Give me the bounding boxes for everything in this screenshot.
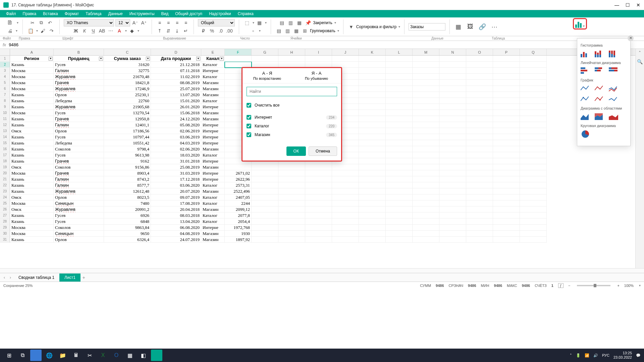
col-G[interactable]: G	[252, 49, 278, 55]
filter-item-shop[interactable]: Магазин 345	[247, 130, 337, 139]
cell-region[interactable]: Москва	[10, 170, 54, 176]
menu-view[interactable]: Вид	[158, 11, 172, 16]
cell-sum[interactable]: 12401,1	[104, 122, 151, 128]
cell-seller[interactable]: Орлов	[54, 128, 104, 134]
chart-column-stacked[interactable]	[595, 50, 604, 57]
col-B[interactable]: B	[54, 49, 104, 55]
cell-channel[interactable]: Каталог	[201, 98, 225, 104]
print-button[interactable]: 🖨	[6, 27, 14, 35]
cell-seller[interactable]: Соколов	[54, 225, 104, 231]
cell-region[interactable]: Казань	[10, 122, 54, 128]
cell-sum[interactable]: 12612,48	[104, 188, 151, 194]
hdr-channel[interactable]: Канал▾	[201, 56, 225, 62]
cell-f[interactable]: 2054,4	[225, 219, 252, 225]
menu-data[interactable]: Данные	[105, 11, 126, 16]
tray-expand[interactable]: ˄	[570, 353, 572, 358]
number-format-select[interactable]: Общий	[198, 19, 235, 26]
table-name-input[interactable]	[409, 23, 445, 31]
cell-seller[interactable]: Лебедева	[54, 98, 104, 104]
cell-seller[interactable]: Журавлев	[54, 206, 104, 213]
delete-col-button[interactable]: ▥	[284, 27, 291, 35]
cell-date[interactable]: 08.03.2018	[151, 213, 201, 219]
cell-seller[interactable]: Гусев	[54, 219, 104, 225]
cell-date[interactable]: 31.01.2018	[151, 158, 201, 164]
cell-channel[interactable]: Магазин	[201, 92, 225, 98]
insert-row-button[interactable]: ▤	[278, 19, 285, 26]
new-file-button[interactable]: 🗎	[5, 18, 15, 27]
chart-line-2[interactable]	[581, 96, 590, 103]
filter-clear-all[interactable]: Очистить все	[247, 101, 337, 110]
bold-button[interactable]: Ж	[72, 27, 79, 35]
increase-font-button[interactable]: A⁺	[140, 19, 148, 26]
cell-channel[interactable]: Магазин	[201, 231, 225, 237]
cell-region[interactable]: Омск	[10, 206, 54, 213]
cell-date[interactable]: 04.08.2019	[151, 231, 201, 237]
cell-seller[interactable]: Синицын	[54, 231, 104, 237]
col-F[interactable]: F	[225, 49, 252, 55]
tab-sheet1[interactable]: Лист1	[59, 274, 80, 282]
pin-button[interactable]: 📌	[304, 19, 312, 26]
cell-seller[interactable]: Грачев	[54, 170, 104, 176]
cell-sum[interactable]: 17186,56	[104, 128, 151, 134]
minimize-button[interactable]: —	[614, 3, 619, 7]
cell-f[interactable]	[225, 164, 252, 170]
undo-button[interactable]: ↶	[46, 19, 54, 26]
cut-button[interactable]: ✂	[29, 19, 36, 26]
more-button[interactable]: ⋯	[490, 22, 499, 31]
insert-col-button[interactable]: ▥	[287, 19, 294, 26]
cell-f[interactable]: 2522,496	[225, 188, 252, 194]
font-color-button[interactable]: A	[116, 27, 123, 35]
cell-sum[interactable]: 17246,9	[104, 86, 151, 92]
maximize-button[interactable]: ☐	[625, 3, 630, 7]
chart-column-clustered[interactable]	[581, 50, 590, 57]
insert-chart-button[interactable]: ▾	[575, 20, 585, 28]
menu-file[interactable]: Файл	[3, 11, 19, 16]
menu-insert[interactable]: Вставка	[40, 11, 61, 16]
cell-sum[interactable]: 10797,44	[104, 134, 151, 140]
cell-date[interactable]: 04.03.2019	[151, 140, 201, 146]
cell-sum[interactable]: 6848	[104, 219, 151, 225]
tray-lang[interactable]: РУС	[602, 353, 609, 357]
cell-date[interactable]: 11.02.2019	[151, 74, 201, 80]
sort-asc-button[interactable]: А - Я По возрастанию	[243, 68, 292, 83]
sort-filter-button[interactable]: ▼	[347, 23, 355, 31]
italic-button[interactable]: К	[81, 27, 88, 35]
cell-channel[interactable]: Магазин	[201, 237, 225, 243]
cell-date[interactable]: 26.01.2020	[151, 104, 201, 110]
align-center-button[interactable]: ≡	[165, 19, 172, 26]
cell-seller[interactable]: Соколов	[54, 146, 104, 152]
chart-pie[interactable]	[581, 130, 590, 138]
cell-region[interactable]: Москва	[10, 200, 54, 206]
cell-region[interactable]: Москва	[10, 231, 54, 237]
menu-tools[interactable]: Инструменты	[126, 11, 158, 16]
filter-item-catalog[interactable]: Каталог 220	[247, 122, 337, 130]
cell-channel[interactable]: Магазин	[201, 80, 225, 86]
cell-date[interactable]: 05.08.2020	[151, 122, 201, 128]
cell-date[interactable]: 09.07.2019	[151, 194, 201, 200]
menu-help[interactable]: Справка	[234, 11, 257, 16]
cell-f[interactable]: 2622,96	[225, 176, 252, 182]
cell-date[interactable]: 24.12.2020	[151, 116, 201, 122]
cell-region[interactable]: Казань	[10, 213, 54, 219]
cell-f[interactable]: 1972,768	[225, 225, 252, 231]
cell-region[interactable]: Казань	[10, 176, 54, 182]
cell-seller[interactable]: Лебедева	[54, 140, 104, 146]
col-N[interactable]: N	[439, 49, 466, 55]
col-E[interactable]: E	[201, 49, 225, 55]
tray-battery-icon[interactable]: 🔋	[576, 353, 581, 358]
cell-date[interactable]: 25.08.2019	[151, 164, 201, 170]
font-name-select[interactable]: XO Thames	[64, 19, 114, 26]
cell-seller[interactable]: Гусев	[54, 134, 104, 140]
cell-sum[interactable]: 10551,42	[104, 140, 151, 146]
cell-date[interactable]: 03.06.2019	[151, 134, 201, 140]
taskbar-explorer[interactable]: 📁	[57, 350, 68, 361]
pivot-button[interactable]: ▦	[454, 22, 463, 31]
cell-seller[interactable]: Журавлев	[54, 188, 104, 194]
hdr-sum[interactable]: Сумма заказ▾	[104, 56, 151, 62]
cell-channel[interactable]: Интерне	[201, 68, 225, 74]
taskbar-edge[interactable]: 🌐	[44, 350, 55, 361]
cell-region[interactable]: Казань	[10, 98, 54, 104]
align-right-button[interactable]: ≡	[173, 19, 181, 26]
cell-region[interactable]: Казань	[10, 62, 54, 68]
cell-sum[interactable]: 31620	[104, 62, 151, 68]
